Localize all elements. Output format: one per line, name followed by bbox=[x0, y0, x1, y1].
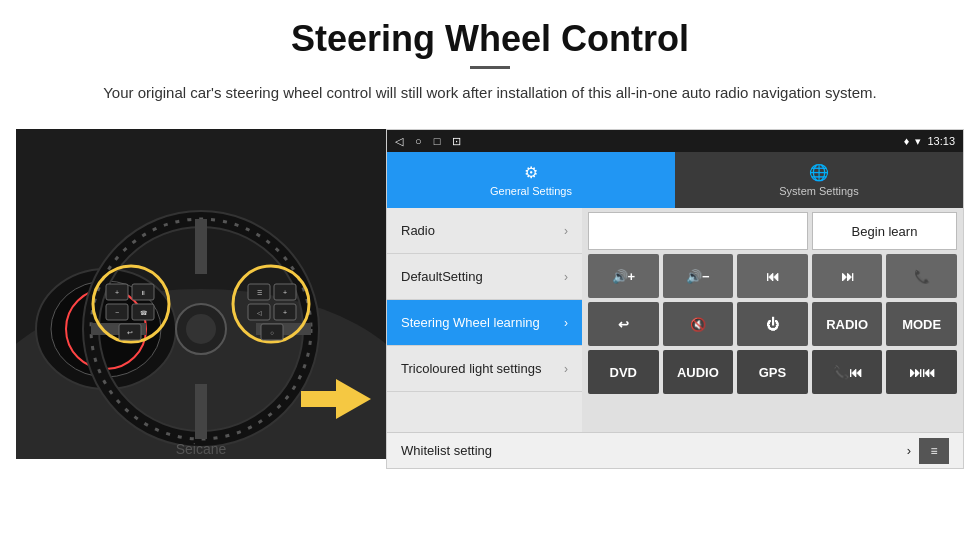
right-controls: Begin learn 🔊+ 🔊− ⏮ ⏭ 📞 ↩ 🔇 ⏻ bbox=[582, 208, 963, 432]
svg-rect-37 bbox=[301, 391, 339, 407]
back-call-button[interactable]: ↩ bbox=[588, 302, 659, 346]
chevron-default: › bbox=[564, 270, 568, 284]
mode-button[interactable]: MODE bbox=[886, 302, 957, 346]
svg-text:☰: ☰ bbox=[257, 290, 262, 296]
phone-button[interactable]: 📞 bbox=[886, 254, 957, 298]
dvd-button[interactable]: DVD bbox=[588, 350, 659, 394]
svg-text:⏸: ⏸ bbox=[140, 290, 146, 296]
svg-text:+: + bbox=[283, 289, 287, 296]
power-button[interactable]: ⏻ bbox=[737, 302, 808, 346]
page-subtitle: Your original car's steering wheel contr… bbox=[80, 81, 900, 105]
phone-prev-button[interactable]: 📞⏮ bbox=[812, 350, 883, 394]
list-icon: ≡ bbox=[919, 438, 949, 464]
status-bar-info: ♦ ▾ 13:13 bbox=[904, 135, 955, 148]
menu-steering-label: Steering Wheel learning bbox=[401, 315, 540, 330]
menu-default-label: DefaultSetting bbox=[401, 269, 483, 284]
back-icon[interactable]: ◁ bbox=[395, 135, 403, 148]
svg-text:+: + bbox=[115, 289, 119, 296]
tab-bar: ⚙ General Settings 🌐 System Settings bbox=[387, 152, 963, 208]
audio-button[interactable]: AUDIO bbox=[663, 350, 734, 394]
menu-tricoloured-label: Tricoloured light settings bbox=[401, 361, 541, 376]
begin-learn-row: Begin learn bbox=[588, 212, 957, 250]
menu-controls-area: Radio › DefaultSetting › Steering Wheel … bbox=[387, 208, 963, 432]
page-header: Steering Wheel Control Your original car… bbox=[0, 0, 980, 115]
tab-general-label: General Settings bbox=[490, 185, 572, 197]
menu-item-radio[interactable]: Radio › bbox=[387, 208, 582, 254]
empty-input-box bbox=[588, 212, 808, 250]
menu-item-tricoloured[interactable]: Tricoloured light settings › bbox=[387, 346, 582, 392]
home-icon[interactable]: ○ bbox=[415, 135, 422, 147]
title-divider bbox=[470, 66, 510, 69]
svg-text:+: + bbox=[283, 309, 287, 316]
clock: 13:13 bbox=[927, 135, 955, 147]
chevron-tricoloured: › bbox=[564, 362, 568, 376]
location-icon: ♦ bbox=[904, 135, 910, 147]
mute-button[interactable]: 🔇 bbox=[663, 302, 734, 346]
svg-text:↩: ↩ bbox=[127, 329, 133, 336]
content-area: + − ⏸ ☎ ↩ ☰ + ◁ + ○ bbox=[16, 129, 964, 469]
skip-button[interactable]: ⏭⏮ bbox=[886, 350, 957, 394]
steering-wheel-image: + − ⏸ ☎ ↩ ☰ + ◁ + ○ bbox=[16, 129, 386, 459]
status-bar-nav-icons: ◁ ○ □ ⊡ bbox=[395, 135, 461, 148]
control-row-3: DVD AUDIO GPS 📞⏮ ⏭⏮ bbox=[588, 350, 957, 394]
svg-text:○: ○ bbox=[270, 330, 274, 336]
volume-down-button[interactable]: 🔊− bbox=[663, 254, 734, 298]
whitelist-label: Whitelist setting bbox=[401, 443, 492, 458]
signal-icon: ▾ bbox=[915, 135, 921, 148]
chevron-steering: › bbox=[564, 316, 568, 330]
menu-item-steering[interactable]: Steering Wheel learning › bbox=[387, 300, 582, 346]
whitelist-chevron: › bbox=[907, 443, 911, 458]
page-wrapper: Steering Wheel Control Your original car… bbox=[0, 0, 980, 469]
chevron-radio: › bbox=[564, 224, 568, 238]
menu-icon[interactable]: ⊡ bbox=[452, 135, 461, 148]
prev-track-button[interactable]: ⏮ bbox=[737, 254, 808, 298]
whitelist-row[interactable]: Whitelist setting › ≡ bbox=[387, 432, 963, 468]
radio-button[interactable]: RADIO bbox=[812, 302, 883, 346]
control-row-1: 🔊+ 🔊− ⏮ ⏭ 📞 bbox=[588, 254, 957, 298]
tab-system-settings[interactable]: 🌐 System Settings bbox=[675, 152, 963, 208]
left-menu: Radio › DefaultSetting › Steering Wheel … bbox=[387, 208, 582, 432]
page-title: Steering Wheel Control bbox=[40, 18, 940, 60]
control-row-2: ↩ 🔇 ⏻ RADIO MODE bbox=[588, 302, 957, 346]
status-bar: ◁ ○ □ ⊡ ♦ ▾ 13:13 bbox=[387, 130, 963, 152]
tab-general-settings[interactable]: ⚙ General Settings bbox=[387, 152, 675, 208]
menu-item-defaultsetting[interactable]: DefaultSetting › bbox=[387, 254, 582, 300]
next-track-button[interactable]: ⏭ bbox=[812, 254, 883, 298]
svg-text:Seicane: Seicane bbox=[176, 441, 227, 457]
volume-up-button[interactable]: 🔊+ bbox=[588, 254, 659, 298]
svg-text:−: − bbox=[115, 309, 119, 316]
whitelist-right: › ≡ bbox=[907, 438, 949, 464]
android-head-unit: ◁ ○ □ ⊡ ♦ ▾ 13:13 ⚙ General Settings bbox=[386, 129, 964, 469]
globe-icon: 🌐 bbox=[809, 163, 829, 182]
svg-point-13 bbox=[186, 314, 216, 344]
gps-button[interactable]: GPS bbox=[737, 350, 808, 394]
recents-icon[interactable]: □ bbox=[434, 135, 441, 147]
gear-icon: ⚙ bbox=[524, 163, 538, 182]
menu-radio-label: Radio bbox=[401, 223, 435, 238]
svg-text:◁: ◁ bbox=[257, 310, 262, 316]
svg-text:☎: ☎ bbox=[140, 310, 148, 316]
begin-learn-button[interactable]: Begin learn bbox=[812, 212, 957, 250]
tab-system-label: System Settings bbox=[779, 185, 858, 197]
